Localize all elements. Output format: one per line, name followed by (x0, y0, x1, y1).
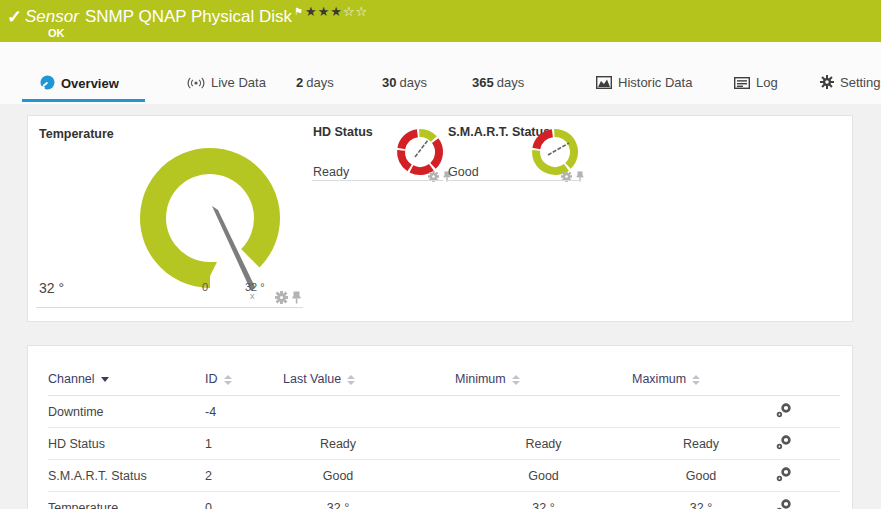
channel-last-value: Ready (283, 428, 455, 460)
sensor-status-banner: ✓ SensorSNMP QNAP Physical Disk⚑ ★★★☆☆ O… (0, 0, 881, 42)
log-icon (734, 77, 750, 92)
priority-flag-icon: ⚑ (294, 6, 303, 17)
star-empty-icons[interactable]: ☆☆ (343, 4, 368, 19)
smart-status-value: Good (448, 165, 479, 179)
priority-stars[interactable]: ★★★☆☆ (305, 4, 368, 19)
tab-historic-data[interactable]: Historic Data (596, 75, 692, 92)
tab-number: 2 (296, 75, 303, 90)
sort-desc-icon[interactable] (101, 377, 109, 382)
table-header-row: Channel ID Last Value Minimum Maximum (48, 360, 840, 396)
smart-status-gauge-actions (561, 168, 584, 186)
column-header-maximum[interactable]: Maximum (632, 360, 770, 396)
tab-label: Live Data (211, 75, 266, 90)
tab-2-days[interactable]: 2days (296, 75, 334, 90)
channel-id: 0 (205, 492, 283, 509)
ok-check-icon: ✓ (7, 6, 22, 28)
channel-id: -4 (205, 396, 283, 428)
channel-settings-icon[interactable] (776, 499, 792, 509)
hd-status-value: Ready (313, 165, 349, 179)
gauge-icon (40, 75, 55, 93)
channel-table: Channel ID Last Value Minimum Maximum Do… (48, 360, 840, 509)
tab-bar: Overview Live Data 2days 30days 365days … (0, 42, 881, 104)
tab-label: Historic Data (618, 75, 692, 90)
sort-icon[interactable] (347, 375, 355, 385)
table-row-downtime: Downtime -4 (48, 396, 840, 428)
chart-icon (596, 76, 612, 92)
channel-maximum: Good (632, 460, 770, 492)
column-header-last-value[interactable]: Last Value (283, 360, 455, 396)
channel-settings-icon[interactable] (776, 467, 792, 485)
channel-settings-icon[interactable] (776, 403, 792, 421)
tab-label: days (306, 75, 333, 90)
gauge-cell-divider (312, 180, 443, 181)
tab-30-days[interactable]: 30days (382, 75, 427, 90)
table-row-smart-status: S.M.A.R.T. Status 2 Good Good Good (48, 460, 840, 492)
channel-minimum: 32 ° (455, 492, 632, 509)
channel-id: 1 (205, 428, 283, 460)
tab-live-data[interactable]: Live Data (187, 75, 266, 92)
temperature-scale-min: 0 (202, 281, 208, 293)
temperature-current-value: 32 ° (39, 280, 64, 296)
status-badge: OK (48, 27, 65, 39)
table-row-temperature: Temperature 0 32 ° 32 ° 32 ° (48, 492, 840, 509)
tab-number: 365 (472, 75, 494, 90)
column-header-id[interactable]: ID (205, 360, 283, 396)
channel-name: S.M.A.R.T. Status (48, 460, 205, 492)
active-tab-underline (22, 99, 145, 102)
channel-maximum (632, 396, 770, 428)
tab-label: days (497, 75, 524, 90)
temperature-gauge-title: Temperature (39, 127, 114, 141)
temperature-gauge-actions (275, 290, 301, 308)
channel-maximum: 32 ° (632, 492, 770, 509)
gauge-cell-divider (36, 307, 303, 308)
channel-name: Temperature (48, 492, 205, 509)
table-row-hd-status: HD Status 1 Ready Ready Ready (48, 428, 840, 460)
gauge-needle (415, 140, 428, 157)
hd-status-gauge-title: HD Status (313, 125, 373, 139)
tab-overview[interactable]: Overview (40, 75, 119, 93)
channel-maximum: Ready (632, 428, 770, 460)
tab-log[interactable]: Log (734, 75, 778, 92)
sort-icon[interactable] (512, 375, 520, 385)
channel-id: 2 (205, 460, 283, 492)
gear-icon[interactable] (275, 291, 288, 304)
channel-minimum: Good (455, 460, 632, 492)
star-filled-icons[interactable]: ★★★ (305, 4, 343, 19)
temperature-scale-max: 32 ° (245, 281, 265, 293)
column-header-minimum[interactable]: Minimum (455, 360, 632, 396)
column-header-channel[interactable]: Channel (48, 360, 205, 396)
gear-icon (820, 75, 834, 92)
gauge-cell-divider (447, 180, 581, 181)
column-header-actions (770, 360, 840, 396)
temperature-gauge: x (132, 135, 292, 303)
sensor-name: SNMP QNAP Physical Disk (85, 7, 292, 26)
channels-panel: Channel ID Last Value Minimum Maximum Do… (27, 345, 853, 509)
channel-minimum: Ready (455, 428, 632, 460)
gauge-needle (548, 143, 569, 155)
tab-label: days (399, 75, 426, 90)
broadcast-icon (187, 77, 205, 92)
sensor-kind-label: Sensor (25, 7, 79, 26)
tab-number: 30 (382, 75, 396, 90)
tab-label: Overview (61, 76, 119, 91)
tab-365-days[interactable]: 365days (472, 75, 524, 90)
tab-settings[interactable]: Settings (820, 75, 881, 92)
channel-last-value (283, 396, 455, 428)
sort-icon[interactable] (692, 375, 700, 385)
channel-minimum (455, 396, 632, 428)
gauges-panel: Temperature x 32 ° 0 32 ° HD Status Read… (27, 115, 853, 322)
tab-label: Settings (840, 75, 881, 90)
channel-name: Downtime (48, 396, 205, 428)
sort-icon[interactable] (224, 375, 232, 385)
channel-settings-icon[interactable] (776, 435, 792, 453)
pin-icon[interactable] (292, 291, 301, 304)
channel-last-value: 32 ° (283, 492, 455, 509)
page-title: SensorSNMP QNAP Physical Disk⚑ (25, 6, 303, 27)
channel-last-value: Good (283, 460, 455, 492)
tab-label: Log (756, 75, 778, 90)
channel-name: HD Status (48, 428, 205, 460)
